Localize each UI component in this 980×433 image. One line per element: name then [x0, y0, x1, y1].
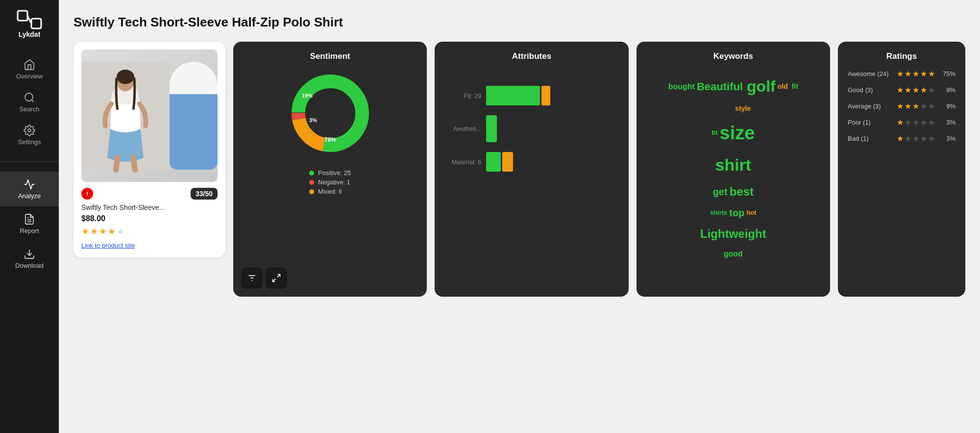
keyword-bought: bought	[668, 80, 695, 93]
attr-bars-material	[486, 152, 618, 172]
sidebar-item-report[interactable]: Report	[0, 206, 59, 241]
star-2: ★	[90, 226, 98, 237]
bottom-toolbar	[241, 267, 287, 289]
keyword-fit1: fit	[792, 81, 798, 92]
svg-text:3%: 3%	[309, 117, 317, 123]
star-3: ★	[99, 226, 107, 237]
svg-line-4	[32, 100, 34, 102]
rating-row-average: Average (3) ★ ★ ★ ★ ★ 9%	[848, 102, 956, 111]
sentiment-card: Sentiment	[233, 42, 427, 297]
keywords-card: Keywords bought Beautiful golf old fit s…	[637, 42, 830, 297]
sidebar-bottom-nav: Analyze Report Download	[0, 162, 59, 423]
positive-label: Positive: 25	[318, 169, 351, 177]
svg-text:l: l	[87, 191, 88, 197]
product-image-placeholder	[81, 50, 218, 182]
attr-row-fit: Fit: 29	[444, 86, 618, 105]
rating-pct-average: 9%	[946, 102, 956, 110]
keyword-best: best	[730, 182, 754, 201]
svg-point-12	[117, 70, 134, 84]
mixed-label: Mixed: 6	[318, 188, 342, 195]
positive-dot	[309, 171, 314, 176]
rating-row-good: Good (3) ★ ★ ★ ★ ★ 9%	[848, 85, 956, 95]
keyword-fit2: fit	[711, 128, 717, 138]
brand-logo: l	[81, 188, 93, 200]
attr-bar-fit-green	[486, 86, 540, 105]
svg-rect-1	[31, 19, 41, 28]
sentiment-legend: Positive: 25 Negative: 1 Mixed: 6	[309, 169, 351, 195]
sidebar-item-overview[interactable]: Overview	[0, 53, 59, 86]
sidebar-item-settings[interactable]: Settings	[0, 119, 59, 152]
rating-row-awesome: Awesome (24) ★ ★ ★ ★ ★ 75%	[848, 69, 956, 78]
product-name: Swiftly Tech Short-Sleeve...	[81, 204, 218, 211]
attributes-chart: Fit: 29 Aestheti... Material: 6	[444, 81, 618, 177]
keyword-size: size	[720, 118, 755, 148]
keyword-shirts: shirts	[710, 208, 727, 218]
rating-stars-average: ★ ★ ★ ★ ★	[897, 102, 935, 111]
legend-positive: Positive: 25	[309, 169, 351, 177]
sentiment-chart-area: 78% 19% 3% Positive: 25 Negative: 1	[243, 69, 417, 195]
attr-row-aesthetics: Aestheti...	[444, 115, 618, 142]
keyword-style: style	[735, 103, 751, 114]
rating-row-bad: Bad (1) ★ ★ ★ ★ ★ 3%	[848, 134, 956, 143]
svg-point-5	[28, 129, 31, 132]
keyword-lightweight: Lightweight	[700, 225, 766, 243]
attr-label-aesthetics: Aestheti...	[444, 125, 481, 132]
product-card: l 33/50 Swiftly Tech Short-Sleeve... $88…	[74, 42, 225, 257]
product-stars: ★ ★ ★ ★ ★	[81, 226, 218, 237]
svg-line-26	[277, 275, 280, 278]
sidebar-report-label: Report	[20, 227, 39, 234]
attributes-card: Attributes Fit: 29 Aestheti...	[435, 42, 628, 297]
attr-bar-fit-orange	[541, 86, 550, 105]
svg-line-27	[273, 279, 276, 282]
product-link[interactable]: Link to product site	[81, 242, 135, 249]
sidebar-search-label: Search	[19, 105, 39, 113]
rating-pct-poor: 3%	[946, 119, 956, 126]
ratings-card: Ratings Awesome (24) ★ ★ ★ ★ ★ 75%	[838, 42, 965, 297]
rating-stars-bad: ★ ★ ★ ★ ★	[897, 134, 935, 143]
cards-row: l 33/50 Swiftly Tech Short-Sleeve... $88…	[74, 42, 965, 297]
keyword-old: old	[778, 81, 788, 92]
attr-bar-material-green	[486, 152, 501, 172]
rating-stars-poor: ★ ★ ★ ★ ★	[897, 118, 935, 127]
negative-label: Negative: 1	[318, 178, 350, 186]
keywords-title: Keywords	[646, 51, 820, 61]
rating-row-poor: Poor (1) ★ ★ ★ ★ ★ 3%	[848, 118, 956, 127]
sidebar-item-search[interactable]: Search	[0, 86, 59, 119]
rating-pct-good: 9%	[946, 86, 956, 94]
legend-negative: Negative: 1	[309, 178, 351, 186]
ratings-title: Ratings	[848, 51, 956, 61]
sidebar-analyze-label: Analyze	[18, 192, 41, 200]
sidebar-item-download[interactable]: Download	[0, 241, 59, 276]
sidebar-overview-label: Overview	[16, 73, 43, 80]
attr-bars-fit	[486, 86, 618, 105]
sidebar-top-nav: Overview Search Settings	[0, 53, 59, 162]
keyword-hot: hot	[746, 208, 756, 218]
negative-dot	[309, 180, 314, 185]
svg-rect-0	[18, 11, 27, 21]
rating-label-average: Average (3)	[848, 102, 892, 110]
sidebar-item-analyze[interactable]: Analyze	[0, 172, 59, 206]
svg-point-3	[25, 93, 33, 101]
star-4: ★	[108, 226, 116, 237]
ratings-list: Awesome (24) ★ ★ ★ ★ ★ 75% Good (3) ★	[848, 69, 956, 143]
keyword-golf: golf	[747, 74, 776, 99]
expand-button[interactable]	[266, 267, 287, 289]
main-content: Swiftly Tech Short-Sleeve Half-Zip Polo …	[59, 0, 980, 433]
product-price: $88.00	[81, 214, 218, 223]
app-name: Lykdat	[19, 30, 41, 38]
rating-label-good: Good (3)	[848, 86, 892, 94]
keyword-good: good	[724, 248, 743, 260]
attr-bars-aesthetics	[486, 115, 618, 142]
sentiment-title: Sentiment	[243, 51, 417, 61]
star-1: ★	[81, 226, 89, 237]
rating-label-awesome: Awesome (24)	[848, 70, 892, 77]
page-title: Swiftly Tech Short-Sleeve Half-Zip Polo …	[74, 15, 965, 30]
keyword-get: get	[713, 184, 728, 200]
app-logo: Lykdat	[17, 10, 42, 38]
rating-pct-bad: 3%	[946, 135, 956, 142]
sidebar-settings-label: Settings	[18, 138, 41, 146]
svg-text:78%: 78%	[324, 136, 336, 143]
attributes-title: Attributes	[444, 51, 618, 61]
filter-button[interactable]	[241, 267, 263, 289]
product-card-meta: l 33/50	[81, 188, 218, 200]
